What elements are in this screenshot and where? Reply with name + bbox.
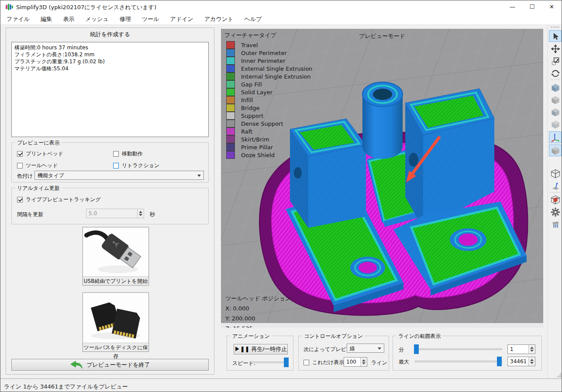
max-line-spinner[interactable]: 34461 [507,357,535,366]
window-title: Simplify3D (ypki202107にライセンスされています) [16,3,156,11]
coloring-dropdown[interactable]: 機能タイプ [34,171,204,180]
toolhead-z: Z: 15.535 [225,323,291,328]
play-pause-button[interactable]: ▶❚❚ 再生/一時停止 [234,344,288,354]
chevron-down-icon [378,347,381,350]
travel-moves-checkbox-box[interactable] [113,151,119,157]
view-cube-iso-icon[interactable] [549,82,562,93]
cross-section-icon[interactable] [549,194,562,206]
exit-preview-mode-label: プレビューモードを終了 [86,361,150,369]
toolhead-y: Y: 200.000 [225,313,291,323]
legend-item: Dense Support [226,120,283,127]
control-options-title: コントロールオプション [302,333,365,340]
speed-slider-track[interactable] [252,361,289,363]
stat-filament-length: フィラメントの長さ:1038.2 mm [14,51,206,58]
toolhead-checkbox-box[interactable] [17,163,23,168]
settings-gear-icon[interactable] [549,206,562,218]
menu-file[interactable]: ファイル [2,14,34,25]
view-cube-side-icon[interactable] [549,118,562,130]
coloring-label: 色付け [17,172,33,180]
show-normals-icon[interactable] [549,180,562,192]
update-interval-unit: 秒 [150,211,155,218]
max-line-slider-track[interactable] [415,361,502,362]
show-only-spinner[interactable]: 100 [344,357,367,367]
save-toolpath-button[interactable]: ツールパスをディスクに保存 [83,292,149,352]
toolbar-grip[interactable] [551,27,559,28]
stat-material-cost: マテリアル価格:55.04 [14,65,206,72]
legend-swatch [226,112,235,120]
toolbar-separator [550,192,561,193]
pan-move-icon[interactable] [549,43,562,55]
preview-by-dropdown[interactable]: 線 [347,344,384,353]
close-button[interactable]: ✕ [542,0,562,14]
menu-tools[interactable]: ツール [138,14,164,25]
menu-mesh[interactable]: メッシュ [81,14,113,25]
max-line-slider-handle[interactable] [497,357,502,366]
update-interval-value: 5.0 [89,210,97,217]
preview-3d-viewport[interactable]: プレビューモード フィーチャータイプ Travel Outer Perimete… [221,29,543,328]
scale-icon[interactable] [549,55,562,67]
menu-edit[interactable]: 編集 [36,14,56,25]
exit-preview-mode-button[interactable]: プレビューモードを終了 [11,359,209,371]
min-line-slider-track[interactable] [415,348,502,350]
live-preview-label: ライブプレビュートラッキング [26,196,101,203]
travel-moves-label: 移動動作 [122,150,143,158]
checkbox-show-only[interactable]: これだけ表示 [303,359,344,366]
legend-item: Bridge [226,104,259,112]
menu-view[interactable]: 表示 [59,14,79,25]
menu-repair[interactable]: 修理 [115,14,135,25]
checkbox-toolhead[interactable]: ツールヘッド [17,162,58,169]
update-interval-spinner[interactable]: 5.0 [86,209,144,218]
min-line-slider-handle[interactable] [414,344,419,354]
print-bed-checkbox-box[interactable] [17,151,23,157]
legend-swatch [226,41,235,49]
stat-build-time: 構築時間:0 hours 37 minutes [14,44,206,51]
menu-bar: ファイル 編集 表示 メッシュ 修理 ツール アドイン アカウント ヘルプ [0,14,562,25]
usb-connector-image [83,227,148,276]
checkbox-travel-moves[interactable]: 移動動作 [113,150,143,158]
min-line-spinner[interactable]: 1 [507,344,535,354]
show-axes-icon[interactable] [549,131,562,143]
live-preview-checkbox-box[interactable] [17,197,23,203]
checkbox-retraction[interactable]: リトラクション [113,162,159,169]
spinner-arrows[interactable] [528,345,535,354]
show-only-checkbox-box[interactable] [303,360,309,365]
play-pause-label: 再生/一時停止 [251,346,287,352]
show-only-unit: ライン [371,359,387,367]
legend-item: External Single Extrusion [226,65,312,72]
menu-help[interactable]: ヘルプ [240,14,266,25]
select-cursor-icon[interactable] [549,30,562,42]
retraction-checkbox-box[interactable] [113,163,119,168]
build-statistics-header: 統計を作成する [6,31,214,38]
menu-addins[interactable]: アドイン [166,14,198,25]
realtime-updates-group: リアルタイム更新 ライブプレビュートラッキング 間隔を更新 5.0 秒 [11,188,209,224]
legend-item: Prime Pillar [226,143,273,151]
view-cube-top-icon[interactable] [549,94,562,106]
show-solid-model-icon[interactable] [549,144,562,156]
checkbox-print-bed[interactable]: プリントベッド [17,150,63,158]
view-cube-front-icon[interactable] [549,106,562,118]
retraction-label: リトラクション [122,162,159,169]
toolhead-label: ツールヘッド [26,162,58,169]
menu-account[interactable]: アカウント [200,14,238,25]
line-range-max-label: 最大 [399,358,409,366]
toolhead-position-readout: ツールヘッド ポジション X: 0.000 Y: 200.000 Z: 15.5… [225,293,291,328]
coloring-dropdown-value: 機能タイプ [38,172,64,179]
spinner-arrows[interactable] [137,209,144,218]
usb-print-button[interactable]: USB経由でプリントを開始 [83,227,149,285]
legend-item: Gap Fill [226,80,262,88]
build-statistics-box: 構築時間:0 hours 37 minutes フィラメントの長さ:1038.2… [11,42,209,137]
spinner-arrows[interactable] [360,358,367,366]
speed-slider-handle[interactable] [284,358,289,367]
show-wireframe-icon[interactable] [549,168,562,179]
resize-grip[interactable] [556,372,562,378]
spinner-arrows[interactable] [528,357,535,366]
minimize-button[interactable]: — [503,0,522,14]
legend-item: Travel [226,41,258,49]
legend-swatch [226,88,235,96]
show-supports-icon[interactable] [549,218,562,230]
speed-label: スピード: [232,360,255,367]
rotate-icon[interactable] [549,67,562,79]
checkbox-live-preview[interactable]: ライブプレビュートラッキング [17,196,101,203]
stat-plastic-weight: プラスチックの重量:9.17 g (0.02 lb) [14,58,206,65]
maximize-button[interactable]: ☐ [522,0,542,14]
